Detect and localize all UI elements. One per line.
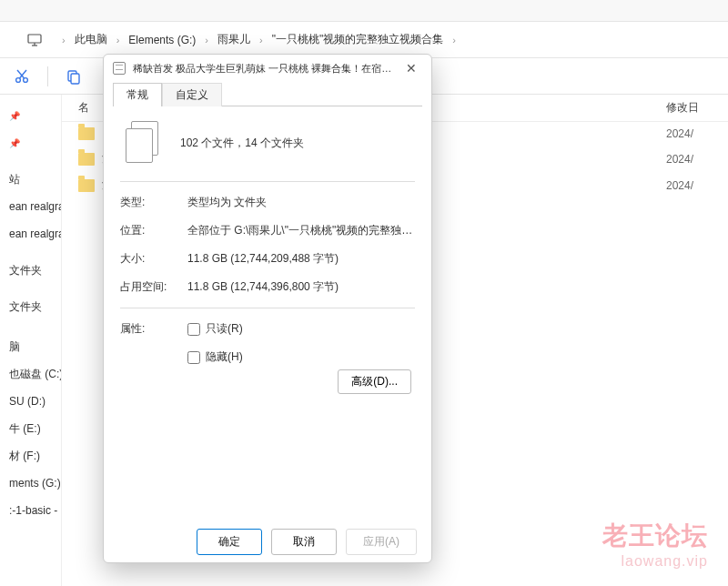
prop-type-value: 类型均为 文件夹 [187, 195, 415, 210]
svg-rect-0 [28, 35, 41, 43]
hidden-label: 隐藏(H) [206, 349, 243, 365]
svg-rect-8 [71, 74, 79, 84]
folder-icon [78, 127, 95, 140]
cancel-button[interactable]: 取消 [271, 529, 337, 555]
breadcrumb-bar: › 此电脑 › Elements (G:) › 雨果儿 › "一只桃桃"视频的完… [0, 22, 728, 58]
dialog-title: 稀缺首发 极品大学生巨乳萌妹 一只桃桃 裸舞合集！在宿室当着同... [133, 62, 393, 76]
folder-icon [78, 153, 95, 166]
chevron-right-icon: › [258, 35, 265, 45]
sidebar-item[interactable]: 也磁盘 (C:) [0, 360, 61, 388]
breadcrumb-item[interactable]: 此电脑 [71, 30, 111, 49]
column-date-header[interactable]: 修改日 [666, 100, 712, 116]
sidebar-item[interactable]: 材 (F:) [0, 442, 61, 470]
sidebar-pin-row[interactable]: 📌 [0, 129, 61, 157]
chevron-right-icon: › [60, 35, 67, 45]
ok-button[interactable]: 确定 [197, 529, 262, 555]
pin-icon: 📌 [9, 111, 20, 121]
nav-sidebar: 📌 📌 站 ean realgra ean realgra 文件夹 文件夹 脑 … [0, 95, 62, 586]
file-date: 2024/ [666, 179, 712, 192]
chevron-right-icon: › [203, 35, 210, 45]
document-icon [113, 62, 126, 75]
chevron-right-icon: › [450, 35, 458, 45]
sidebar-item[interactable]: 牛 (E:) [0, 415, 61, 442]
sidebar-item[interactable]: 文件夹 [0, 293, 61, 320]
prop-disk-value: 11.8 GB (12,744,396,800 字节) [187, 279, 415, 295]
dialog-titlebar: 稀缺首发 极品大学生巨乳萌妹 一只桃桃 裸舞合集！在宿室当着同... ✕ [104, 55, 431, 82]
summary-text: 102 个文件，14 个文件夹 [180, 136, 304, 151]
file-date: 2024/ [666, 153, 712, 166]
sidebar-item[interactable]: 站 [0, 166, 61, 193]
sidebar-item[interactable]: 脑 [0, 333, 61, 360]
sidebar-item[interactable]: :-1-basic - [0, 497, 61, 524]
dialog-footer: 确定 取消 应用(A) [104, 520, 431, 562]
sidebar-item[interactable]: ments (G:) [0, 470, 61, 497]
readonly-label: 只读(R) [206, 321, 243, 337]
file-date: 2024/ [666, 127, 712, 140]
properties-dialog: 稀缺首发 极品大学生巨乳萌妹 一只桃桃 裸舞合集！在宿室当着同... ✕ 常规 … [103, 54, 432, 563]
cut-icon[interactable] [9, 64, 35, 89]
svg-point-3 [16, 77, 21, 82]
dialog-body: 102 个文件，14 个文件夹 类型: 类型均为 文件夹 位置: 全部位于 G:… [104, 106, 431, 520]
sidebar-pin-row[interactable]: 📌 [0, 102, 61, 129]
advanced-button[interactable]: 高级(D)... [338, 369, 411, 394]
apply-button[interactable]: 应用(A) [346, 529, 417, 555]
prop-location-value: 全部位于 G:\雨果儿\"一只桃桃"视频的完整独立视频合 [187, 223, 415, 238]
chevron-right-icon: › [115, 35, 122, 45]
tab-custom[interactable]: 自定义 [162, 83, 222, 106]
svg-point-4 [24, 77, 28, 82]
folder-icon [78, 179, 95, 192]
monitor-icon [27, 34, 42, 46]
prop-type-label: 类型: [120, 195, 187, 210]
breadcrumb-item[interactable]: "一只桃桃"视频的完整独立视频合集 [268, 30, 448, 49]
sidebar-item[interactable]: SU (D:) [0, 388, 61, 415]
window-titlebar [0, 0, 728, 22]
readonly-checkbox[interactable] [187, 323, 200, 336]
prop-location-label: 位置: [120, 223, 187, 238]
breadcrumb-item[interactable]: Elements (G:) [125, 32, 199, 48]
multi-document-icon [126, 121, 162, 165]
pin-icon: 📌 [9, 138, 20, 148]
tab-general[interactable]: 常规 [113, 83, 162, 106]
sidebar-item[interactable]: ean realgra [0, 193, 61, 220]
close-button[interactable]: ✕ [400, 57, 422, 79]
hidden-checkbox[interactable] [187, 351, 200, 364]
breadcrumb-item[interactable]: 雨果儿 [214, 30, 254, 49]
sidebar-item[interactable]: 文件夹 [0, 257, 61, 284]
copy-icon[interactable] [61, 64, 86, 89]
prop-disk-label: 占用空间: [120, 279, 187, 295]
dialog-tabs: 常规 自定义 [104, 82, 431, 106]
sidebar-item[interactable]: ean realgra [0, 220, 61, 248]
prop-size-value: 11.8 GB (12,744,209,488 字节) [187, 251, 415, 267]
toolbar-divider [47, 66, 48, 86]
prop-attr-label: 属性: [120, 321, 187, 378]
prop-size-label: 大小: [120, 251, 187, 267]
